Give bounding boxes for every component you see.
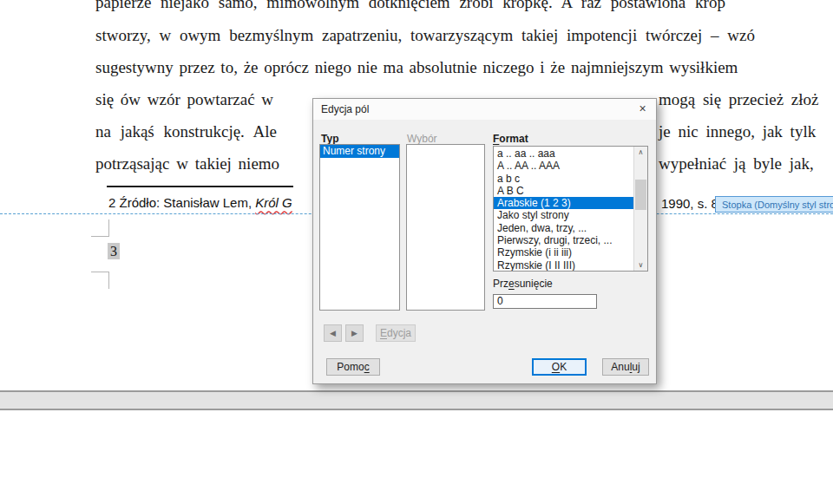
format-option[interactable]: a b c bbox=[494, 173, 634, 185]
format-option[interactable]: Rzymskie (i ii iii) bbox=[494, 246, 634, 259]
page-break-band bbox=[0, 390, 833, 410]
previous-field-button[interactable]: ◀ bbox=[324, 324, 342, 342]
footnote-text: 2 Źródło: Stanisław Lem, Król G bbox=[108, 195, 292, 210]
select-label: Wybór bbox=[407, 133, 437, 145]
body-text-line: je nic innego, jak tylk bbox=[659, 121, 816, 142]
format-option[interactable]: Pierwszy, drugi, trzeci, ... bbox=[494, 234, 634, 246]
footer-style-tooltip: Stopka (Domyślny styl strony) bbox=[715, 196, 833, 213]
type-option[interactable]: Numer strony bbox=[320, 145, 399, 158]
format-option[interactable]: a .. aa .. aaa bbox=[494, 147, 634, 160]
scrollbar-thumb[interactable] bbox=[635, 180, 646, 210]
next-field-button[interactable]: ▶ bbox=[345, 324, 364, 342]
format-listbox[interactable]: a .. aa .. aaaA .. AA .. AAAa b cA B CAr… bbox=[493, 146, 648, 272]
format-option[interactable]: A B C bbox=[494, 185, 634, 197]
body-text-line: na jakąś konstrukcję. Ale bbox=[95, 121, 277, 142]
format-option[interactable]: Jeden, dwa, trzy, ... bbox=[494, 222, 634, 234]
type-label: Typ bbox=[321, 133, 338, 145]
body-text-line: mogą się przecież złoż bbox=[659, 89, 818, 110]
footnote-text-right: 1990, s. 8 bbox=[661, 196, 718, 211]
format-label: Format bbox=[493, 133, 528, 145]
dialog-title: Edycja pól bbox=[321, 103, 369, 115]
boundary-corner-mark bbox=[108, 272, 109, 289]
close-icon[interactable]: × bbox=[635, 101, 650, 116]
body-text-line: potrząsając w takiej niemo bbox=[95, 154, 279, 174]
dialog-titlebar[interactable]: Edycja pól × bbox=[313, 99, 656, 120]
format-options: a .. aa .. aaaA .. AA .. AAAa b cA B CAr… bbox=[494, 147, 634, 272]
format-option[interactable]: Jako styl strony bbox=[494, 209, 634, 221]
ok-button[interactable]: OK bbox=[532, 358, 587, 376]
format-scrollbar[interactable]: ∧ ∨ bbox=[633, 147, 647, 271]
offset-label: Przesunięcie bbox=[493, 278, 553, 290]
select-listbox[interactable] bbox=[406, 144, 485, 311]
body-text-line: stworzy, w owym bezmyślnym zapatrzeniu, … bbox=[95, 25, 755, 46]
writer-window: papierze niejako samo, mimowolnym dotkni… bbox=[0, 0, 833, 504]
type-listbox[interactable]: Numer strony bbox=[319, 144, 400, 311]
edit-button[interactable]: Edycja bbox=[376, 324, 416, 342]
edit-fields-dialog: Edycja pól × Typ Wybór Format Numer stro… bbox=[312, 98, 657, 384]
footnote-prefix: 2 Źródło: Stanisław Lem, bbox=[108, 195, 255, 210]
body-text-line: się ów wzór powtarzać w bbox=[95, 89, 273, 110]
body-text-line: papierze niejako samo, mimowolnym dotkni… bbox=[95, 0, 725, 13]
body-text-line: wypełniać ją byle jak, bbox=[659, 154, 814, 174]
boundary-corner-mark bbox=[91, 236, 109, 237]
cancel-button[interactable]: Anuluj bbox=[602, 358, 649, 376]
boundary-corner-mark bbox=[91, 272, 109, 272]
format-option[interactable]: A .. AA .. AAA bbox=[494, 160, 634, 172]
format-option[interactable]: Arabskie (1 2 3) bbox=[494, 197, 634, 209]
body-text-line: sugestywny przez to, że oprócz niego nie… bbox=[95, 57, 738, 78]
footnote-book-title: Król G bbox=[255, 195, 292, 210]
offset-input[interactable]: 0 bbox=[493, 294, 597, 309]
scroll-up-icon[interactable]: ∧ bbox=[634, 147, 647, 158]
footnote-separator bbox=[107, 186, 293, 187]
scroll-down-icon[interactable]: ∨ bbox=[634, 259, 647, 271]
format-option[interactable]: Rzymskie (I II III) bbox=[494, 259, 634, 272]
page-number-field[interactable]: 3 bbox=[108, 243, 120, 259]
boundary-corner-mark bbox=[108, 219, 109, 237]
help-button[interactable]: Pomoc bbox=[326, 358, 380, 376]
